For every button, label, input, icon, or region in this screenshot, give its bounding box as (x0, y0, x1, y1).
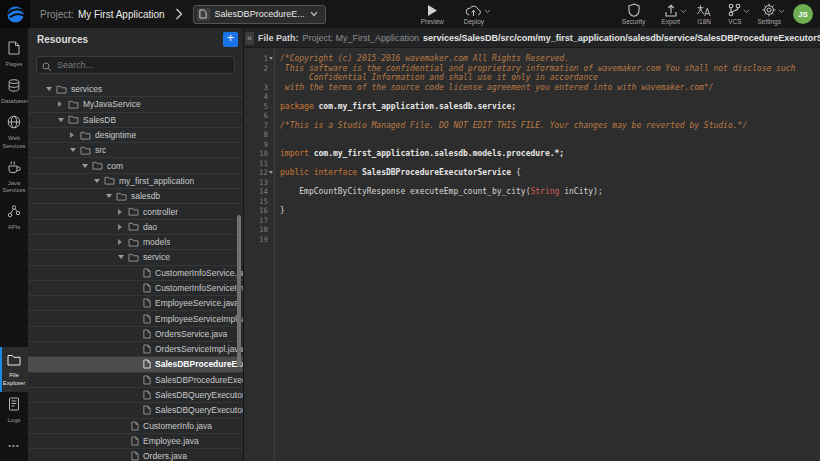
code-line[interactable]: 14 EmpCountByCityResponse executeEmp_cou… (244, 187, 820, 197)
code-line[interactable]: 7/*This is a Studio Managed File. DO NOT… (244, 121, 820, 131)
code-line[interactable]: 11 (244, 159, 820, 169)
tree-item-com[interactable]: com (28, 158, 243, 173)
tree-item-salesdb[interactable]: salesdb (28, 189, 243, 204)
logs-icon (8, 397, 20, 415)
tree-item-salesdbqueryexecutorserviceimpl-java[interactable]: SalesDBQueryExecutorServiceImpl.java (28, 403, 243, 418)
action-label: Settings (758, 18, 782, 25)
collapse-arrow-icon[interactable] (58, 118, 68, 122)
collapse-arrow-icon[interactable] (82, 164, 92, 168)
web-services-icon (7, 115, 21, 133)
tree-item-employee-java[interactable]: Employee.java (28, 434, 243, 449)
sidebar-item-java-services[interactable]: Java Services (0, 155, 28, 199)
code-text: public interface SalesDBProcedureExecuto… (280, 168, 521, 178)
tree-item-employeeservice-java[interactable]: EmployeeService.java (28, 296, 243, 311)
tree-item-salesdbprocedureexecutorservice-java[interactable]: SalesDBProcedureExecutorService.java (28, 357, 243, 372)
line-number: 12 (244, 168, 268, 178)
code-line[interactable]: 4 (244, 92, 820, 102)
expand-arrow-icon[interactable] (118, 224, 128, 230)
code-line[interactable]: 15 (244, 197, 820, 207)
security-button[interactable]: Security (622, 3, 645, 25)
tree-item-employeeserviceimpl-java[interactable]: EmployeeServiceImpl.java (28, 311, 243, 326)
file-icon (143, 283, 151, 293)
settings-button[interactable]: Settings (758, 3, 782, 25)
code-line[interactable]: 17 (244, 216, 820, 226)
tree-item-myjavaservice[interactable]: MyJavaService (28, 97, 243, 112)
sidebar-item-apis[interactable]: APIs (0, 199, 28, 236)
code-line[interactable]: 5package com.my_first_application.salesd… (244, 102, 820, 112)
expand-arrow-icon[interactable] (118, 239, 128, 245)
tree-item-src[interactable]: src (28, 143, 243, 158)
preview-button[interactable]: Preview (421, 3, 444, 25)
tree-item-services[interactable]: services (28, 82, 243, 97)
sidebar-item-label: Java Services (1, 180, 27, 194)
user-avatar[interactable]: JS (793, 4, 813, 24)
add-resource-button[interactable]: + (223, 32, 238, 47)
tree-item-salesdbqueryexecutorservice-java[interactable]: SalesDBQueryExecutorService.java (28, 388, 243, 403)
code-line[interactable]: 1/*Copyright (c) 2015-2016 wavemaker.com… (244, 54, 820, 64)
code-line[interactable]: 6 (244, 111, 820, 121)
sidebar-item-file-explorer[interactable]: File Explorer (0, 347, 28, 391)
tree-item-designtime[interactable]: designtime (28, 128, 243, 143)
sidebar-item-databases[interactable]: Databases (0, 73, 28, 110)
tree-item-customerinfoserviceimpl-java[interactable]: CustomerInfoServiceImpl.java (28, 281, 243, 296)
open-file-tab[interactable]: SalesDBProcedureE... (193, 5, 326, 24)
file-tree: servicesMyJavaServiceSalesDBdesigntimesr… (28, 82, 243, 461)
code-line[interactable]: 2 This software is the confidential and … (244, 64, 820, 74)
expand-arrow-icon[interactable] (70, 132, 80, 138)
tree-item-controller[interactable]: controller (28, 204, 243, 219)
collapse-arrow-icon[interactable] (94, 179, 104, 183)
tree-item-salesdb[interactable]: SalesDB (28, 113, 243, 128)
tree-item-ordersservice-java[interactable]: OrdersService.java (28, 327, 243, 342)
sidebar-item-item[interactable]: ••• (0, 429, 28, 457)
tree-item-customerinfoservice-java[interactable]: CustomerInfoService.java (28, 266, 243, 281)
search-input[interactable] (36, 56, 235, 74)
code-line[interactable]: 12public interface SalesDBProcedureExecu… (244, 168, 820, 178)
fold-arrow-icon[interactable] (269, 171, 273, 174)
code-line[interactable]: Confidential Information and shall use i… (244, 73, 820, 83)
tree-item-models[interactable]: models (28, 235, 243, 250)
code-line[interactable]: 8 (244, 130, 820, 140)
vcs-button[interactable]: VCS (728, 3, 741, 25)
code-line[interactable]: 19 (244, 235, 820, 245)
code-line[interactable]: 3 with the terms of the source code lice… (244, 83, 820, 93)
tree-item-customerinfo-java[interactable]: CustomerInfo.java (28, 419, 243, 434)
collapse-panel-button[interactable]: « (245, 32, 254, 45)
tree-item-label: services (71, 84, 102, 94)
line-number: 8 (244, 130, 268, 140)
i18n-button[interactable]: I18N (696, 3, 712, 25)
wavemaker-logo[interactable] (0, 0, 30, 28)
fold-arrow-icon[interactable] (269, 57, 273, 60)
code-line[interactable]: 18 (244, 225, 820, 235)
more-icon: ••• (8, 434, 19, 452)
code-text: package com.my_first_application.salesdb… (280, 102, 516, 112)
code-line[interactable]: 13 (244, 178, 820, 188)
tree-item-orders-java[interactable]: Orders.java (28, 449, 243, 461)
tree-item-my-first-application[interactable]: my_first_application (28, 174, 243, 189)
deploy-button[interactable]: Deploy (464, 3, 484, 25)
tree-item-label: CustomerInfo.java (143, 421, 212, 431)
code-line[interactable]: 16} (244, 206, 820, 216)
tree-item-dao[interactable]: dao (28, 220, 243, 235)
collapse-arrow-icon[interactable] (70, 148, 80, 152)
expand-arrow-icon[interactable] (118, 209, 128, 215)
export-button[interactable]: Export (661, 3, 680, 25)
sidebar-item-logs[interactable]: Logs (0, 392, 28, 429)
tree-item-label: OrdersServiceImpl.java (155, 344, 243, 354)
sidebar-top-items: PagesDatabasesWeb ServicesJava ServicesA… (0, 36, 28, 236)
sidebar-item-web-services[interactable]: Web Services (0, 110, 28, 154)
tree-item-service[interactable]: service (28, 250, 243, 265)
tree-scrollbar[interactable] (237, 215, 241, 367)
code-area[interactable]: 1/*Copyright (c) 2015-2016 wavemaker.com… (244, 48, 820, 461)
collapse-arrow-icon[interactable] (118, 255, 128, 259)
line-number: 7 (244, 121, 268, 131)
code-line[interactable]: 9 (244, 140, 820, 150)
sidebar-item-pages[interactable]: Pages (0, 36, 28, 73)
file-path-label: File Path: (258, 33, 299, 43)
collapse-arrow-icon[interactable] (46, 87, 56, 91)
code-line[interactable]: 10import com.my_first_application.salesd… (244, 149, 820, 159)
code-text: import com.my_first_application.salesdb.… (280, 149, 564, 159)
tree-item-salesdbprocedureexecutorserviceimpl-java[interactable]: SalesDBProcedureExecutorServiceImpl.java (28, 373, 243, 388)
expand-arrow-icon[interactable] (58, 101, 68, 107)
collapse-arrow-icon[interactable] (106, 194, 116, 198)
tree-item-ordersserviceimpl-java[interactable]: OrdersServiceImpl.java (28, 342, 243, 357)
